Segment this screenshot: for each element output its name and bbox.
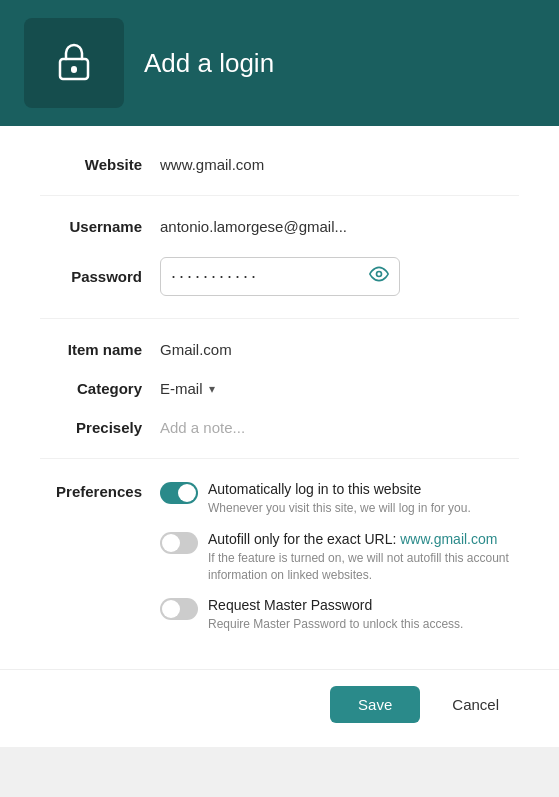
header: Add a login <box>0 0 559 126</box>
note-label: Precisely <box>40 419 160 436</box>
note-row: Precisely Add a note... <box>40 419 519 436</box>
pref-desc-auto-login: Whenever you visit this site, we will lo… <box>208 500 471 517</box>
password-row: Password ··········· <box>40 257 519 296</box>
website-row: Website www.gmail.com <box>40 156 519 173</box>
content: Website www.gmail.com Username antonio.l… <box>0 126 559 669</box>
preferences-items: Automatically log in to this website Whe… <box>160 481 519 633</box>
svg-point-2 <box>377 272 382 277</box>
header-title: Add a login <box>144 48 274 79</box>
toggle-thumb-auto-login <box>178 484 196 502</box>
pref-title-master-password: Request Master Password <box>208 597 463 613</box>
preferences-label: Preferences <box>56 483 142 500</box>
category-value: E-mail <box>160 380 203 397</box>
pref-text-auto-login: Automatically log in to this website Whe… <box>208 481 471 517</box>
preferences-row: Preferences Automatically log in to this… <box>40 481 519 633</box>
toggle-thumb-exact-url <box>162 534 180 552</box>
pref-text-exact-url: Autofill only for the exact URL: www.gma… <box>208 531 519 584</box>
toggle-master-password[interactable] <box>160 598 198 620</box>
cancel-button[interactable]: Cancel <box>432 686 519 723</box>
username-row: Username antonio.lamorgese@gmail... <box>40 218 519 235</box>
username-value: antonio.lamorgese@gmail... <box>160 218 347 235</box>
pref-desc-exact-url: If the feature is turned on, we will not… <box>208 550 519 584</box>
toggle-auto-login[interactable] <box>160 482 198 504</box>
pref-item-master-password: Request Master Password Require Master P… <box>160 597 519 633</box>
password-field[interactable]: ··········· <box>160 257 400 296</box>
toggle-exact-url[interactable] <box>160 532 198 554</box>
pref-desc-master-password: Require Master Password to unlock this a… <box>208 616 463 633</box>
lock-icon <box>52 39 96 87</box>
pref-item-auto-login: Automatically log in to this website Whe… <box>160 481 519 517</box>
header-icon-box <box>24 18 124 108</box>
preferences-section: Preferences Automatically log in to this… <box>40 481 519 633</box>
svg-rect-1 <box>71 66 77 73</box>
item-name-value: Gmail.com <box>160 341 232 358</box>
save-button[interactable]: Save <box>330 686 420 723</box>
pref-text-master-password: Request Master Password Require Master P… <box>208 597 463 633</box>
note-placeholder[interactable]: Add a note... <box>160 419 245 436</box>
category-row: Category E-mail ▾ <box>40 380 519 397</box>
category-select[interactable]: E-mail ▾ <box>160 380 215 397</box>
pref-title-exact-url: Autofill only for the exact URL: www.gma… <box>208 531 519 547</box>
exact-url-link[interactable]: www.gmail.com <box>400 531 497 547</box>
password-dots: ··········· <box>171 266 259 287</box>
username-label: Username <box>40 218 160 235</box>
item-name-row: Item name Gmail.com <box>40 341 519 358</box>
pref-title-auto-login: Automatically log in to this website <box>208 481 471 497</box>
website-value: www.gmail.com <box>160 156 264 173</box>
password-label: Password <box>40 268 160 285</box>
chevron-down-icon: ▾ <box>209 382 215 396</box>
item-name-label: Item name <box>40 341 160 358</box>
preferences-label-col: Preferences <box>40 481 160 501</box>
eye-icon[interactable] <box>369 264 389 289</box>
pref-item-exact-url: Autofill only for the exact URL: www.gma… <box>160 531 519 584</box>
footer: Save Cancel <box>0 669 559 747</box>
category-label: Category <box>40 380 160 397</box>
website-label: Website <box>40 156 160 173</box>
